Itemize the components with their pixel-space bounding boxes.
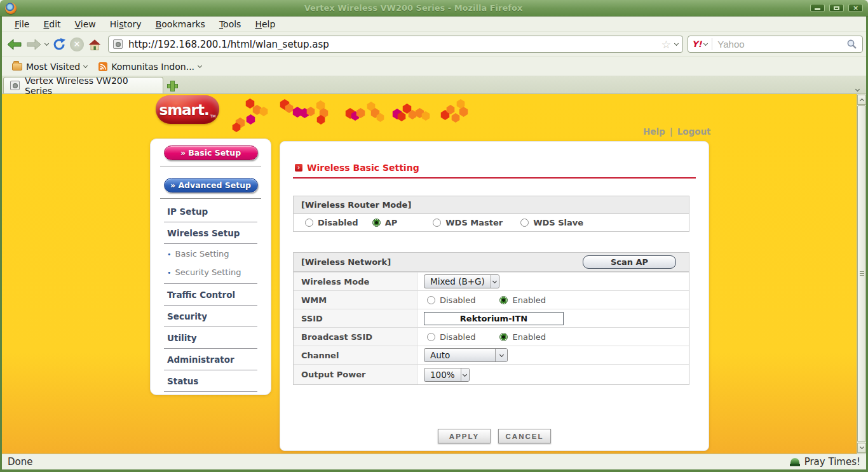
select-value: 100%	[424, 370, 461, 380]
url-bar[interactable]: ☆	[108, 36, 683, 53]
sidebar-item-wireless-setup[interactable]: Wireless Setup	[164, 222, 257, 244]
menu-help[interactable]: Help	[248, 18, 282, 30]
tab-favicon	[10, 81, 20, 90]
pray-times-label: Pray Times!	[804, 456, 860, 468]
radio-broadcast-enabled[interactable]	[499, 333, 508, 341]
sidebar-item-ip-setup[interactable]: IP Setup	[164, 201, 257, 222]
sidebar-item-security-setting[interactable]: •Security Setting	[164, 262, 257, 284]
menu-bookmarks[interactable]: Bookmarks	[149, 18, 212, 30]
sidebar-item-traffic-control[interactable]: Traffic Control	[164, 284, 257, 306]
rss-icon	[98, 62, 107, 71]
radio-wmm-enabled[interactable]	[499, 296, 508, 304]
radio-disabled[interactable]	[305, 219, 313, 227]
forward-icon	[26, 39, 41, 50]
radio-wds-slave[interactable]	[520, 219, 529, 227]
sidebar-item-security[interactable]: Security	[164, 306, 257, 327]
sidebar: » Basic Setup » Advanced Setup IP Setup …	[150, 138, 271, 395]
wireless-mode-row: Wireless Mode Mixed (B+G)	[294, 272, 689, 290]
bookmark-komunitas[interactable]: Komunitas Indon...	[93, 62, 207, 72]
scroll-down-button[interactable]	[857, 443, 866, 453]
scan-ap-button[interactable]: Scan AP	[583, 255, 676, 269]
scrollbar-thumb[interactable]	[857, 105, 866, 442]
sidebar-item-basic-setting[interactable]: •Basic Setting	[164, 244, 257, 262]
radio-wmm-disabled[interactable]	[427, 296, 435, 304]
home-button[interactable]	[88, 38, 102, 51]
output-power-select[interactable]: 100%	[424, 368, 470, 382]
status-text: Done	[8, 456, 32, 468]
row-label: Channel	[294, 346, 417, 364]
title-rule	[293, 177, 696, 179]
navigation-toolbar: ✕ ☆ Y!	[0, 32, 868, 57]
chevron-up-icon	[859, 98, 864, 102]
wireless-network-header-text: [Wireless Network]	[301, 257, 391, 267]
menu-history[interactable]: History	[103, 18, 149, 30]
radio-group-item: Enabled	[499, 332, 546, 342]
maximize-button[interactable]	[829, 4, 844, 12]
sidebar-item-status[interactable]: Status	[164, 370, 257, 392]
back-button[interactable]	[7, 39, 22, 50]
stop-button[interactable]: ✕	[70, 37, 84, 51]
cancel-button[interactable]: CANCEL	[498, 429, 551, 443]
radio-broadcast-disabled[interactable]	[427, 333, 435, 341]
bullet-icon: •	[167, 269, 172, 277]
menu-view[interactable]: View	[68, 18, 103, 30]
apply-button[interactable]: APPLY	[438, 429, 491, 443]
status-bar: Done Pray Times!	[0, 454, 868, 469]
sidebar-item-label: Security Setting	[175, 267, 241, 277]
radio-label: Enabled	[512, 295, 546, 305]
sidebar-advanced-setup-button[interactable]: » Advanced Setup	[164, 178, 258, 192]
minimize-icon	[815, 8, 820, 10]
bookmark-star-icon[interactable]: ☆	[661, 40, 671, 49]
router-mode-table: [Wireless Router Mode] Disabled AP WDS M…	[293, 196, 689, 232]
sidebar-basic-setup-button[interactable]: » Basic Setup	[164, 145, 258, 160]
radio-ap[interactable]	[372, 219, 381, 227]
radio-wds-master[interactable]	[433, 219, 441, 227]
sidebar-item-administrator[interactable]: Administrator	[164, 349, 257, 370]
tab-vertex-wireless[interactable]: Vertex Wireless VW200 Series	[3, 77, 163, 93]
menu-file[interactable]: File	[8, 18, 36, 30]
close-button[interactable]: ×	[848, 4, 863, 12]
yahoo-logo-icon: Y!	[692, 39, 702, 49]
ssid-input[interactable]	[424, 312, 564, 325]
url-input[interactable]	[127, 38, 661, 51]
smart-logo: smart. TM	[156, 95, 219, 124]
page-favicon	[113, 39, 123, 49]
select-value: Mixed (B+G)	[424, 276, 491, 287]
search-icon[interactable]	[846, 39, 857, 50]
minimize-button[interactable]	[810, 4, 825, 12]
radio-label: Disabled	[318, 218, 358, 227]
bookmark-most-visited[interactable]: Most Visited	[6, 62, 93, 72]
bookmark-label: Most Visited	[26, 62, 80, 72]
new-tab-button[interactable]	[166, 80, 177, 91]
bullet-icon: •	[167, 250, 172, 259]
chevron-down-icon	[855, 87, 860, 91]
menu-edit[interactable]: Edit	[36, 18, 67, 30]
history-dropdown-button[interactable]	[45, 44, 48, 45]
scroll-up-button[interactable]	[857, 95, 866, 105]
page-title: › Wireless Basic Setting	[295, 163, 696, 173]
url-dropdown-icon[interactable]	[674, 41, 679, 45]
logout-link[interactable]: Logout	[677, 126, 711, 137]
channel-row: Channel Auto	[294, 346, 689, 364]
sidebar-item-utility[interactable]: Utility	[164, 327, 257, 349]
row-label: Output Power	[294, 365, 417, 384]
help-link[interactable]: Help	[643, 126, 665, 137]
menu-tools[interactable]: Tools	[212, 18, 248, 30]
sidebar-menu: IP Setup Wireless Setup •Basic Setting •…	[151, 201, 271, 392]
window-bottom-border	[0, 469, 868, 472]
page-title-text: Wireless Basic Setting	[307, 163, 419, 173]
search-input[interactable]	[716, 38, 846, 50]
firefox-window: Vertex Wireless VW200 Series - Mozilla F…	[0, 0, 868, 472]
pray-times-widget[interactable]: Pray Times!	[790, 456, 860, 468]
wireless-mode-select[interactable]: Mixed (B+G)	[424, 274, 499, 288]
window-left-border	[0, 17, 2, 472]
smart-logo-tm: TM	[210, 114, 216, 118]
reload-button[interactable]	[52, 37, 66, 51]
forward-button[interactable]	[26, 39, 41, 50]
tab-list-button[interactable]	[856, 81, 859, 93]
channel-select[interactable]: Auto	[424, 348, 508, 362]
window-controls: ×	[810, 4, 863, 12]
search-box[interactable]: Y!	[688, 36, 863, 53]
vertical-scrollbar[interactable]	[857, 94, 866, 454]
search-engine-dropdown-icon[interactable]	[703, 41, 708, 45]
